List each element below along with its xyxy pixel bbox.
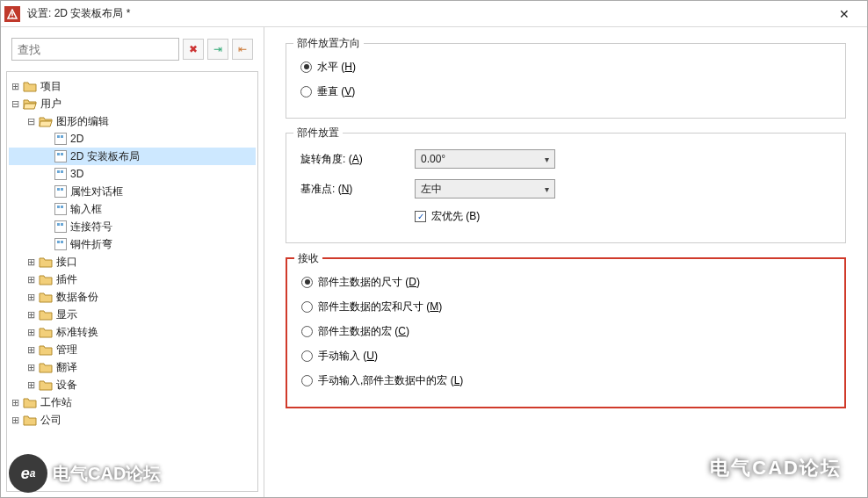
- row-basepoint: 基准点: (N) 左中▾: [300, 174, 831, 204]
- right-panel: 部件放置方向 水平 (H) 垂直 (V) 部件放置 旋转角度: (A) 0.00…: [264, 27, 867, 497]
- tree-node-project[interactable]: ⊞项目: [9, 77, 256, 95]
- svg-point-1: [11, 17, 13, 18]
- page-icon: [54, 150, 67, 162]
- expander-icon[interactable]: ⊞: [25, 344, 37, 356]
- tree-node-2d-mounting[interactable]: 2D 安装板布局: [9, 148, 256, 165]
- page-icon: [54, 238, 67, 250]
- radio-icon: [300, 61, 312, 73]
- import-icon: ⇥: [213, 43, 222, 55]
- folder-icon: [23, 396, 37, 408]
- app-icon: [4, 6, 20, 22]
- tree-node-connection-symbol[interactable]: 连接符号: [9, 218, 256, 235]
- expander-icon[interactable]: ⊞: [25, 362, 37, 373]
- tree-node-3d[interactable]: 3D: [9, 165, 256, 183]
- tree-node-display[interactable]: ⊞显示: [9, 306, 256, 323]
- radio-accept-manual[interactable]: 手动输入 (U): [301, 343, 830, 368]
- tree-node-plugin[interactable]: ⊞插件: [9, 271, 256, 288]
- group-orientation: 部件放置方向 水平 (H) 垂直 (V): [286, 43, 846, 119]
- search-input[interactable]: [11, 38, 179, 61]
- folder-icon: [39, 273, 53, 285]
- tree-node-workstation[interactable]: ⊞工作站: [9, 393, 256, 411]
- radio-accept-manual-macro[interactable]: 手动输入,部件主数据中的宏 (L): [301, 368, 830, 393]
- radio-label: 部件主数据的宏和尺寸 (M): [318, 300, 442, 314]
- expander-icon[interactable]: ⊞: [9, 397, 21, 408]
- tree-node-copper-bend[interactable]: 铜件折弯: [9, 235, 256, 253]
- radio-vertical[interactable]: 垂直 (V): [300, 79, 831, 104]
- group-legend: 接收: [294, 251, 322, 266]
- group-legend: 部件放置方向: [293, 36, 364, 51]
- basepoint-label: 基准点: (N): [300, 182, 415, 197]
- expander-icon[interactable]: ⊞: [9, 415, 21, 426]
- folder-open-icon: [39, 115, 53, 127]
- expander-icon[interactable]: ⊞: [25, 379, 37, 391]
- checkbox-label: 宏优先 (B): [431, 209, 480, 224]
- radio-label: 手动输入,部件主数据中的宏 (L): [318, 373, 463, 388]
- tree-node-translate[interactable]: ⊞翻译: [9, 358, 256, 376]
- folder-icon: [39, 343, 53, 356]
- tree-node-graphic-edit[interactable]: ⊟图形的编辑: [9, 112, 256, 130]
- radio-label: 手动输入 (U): [318, 349, 378, 364]
- export-icon: ⇤: [238, 43, 247, 55]
- tree-node-backup[interactable]: ⊞数据备份: [9, 288, 256, 306]
- tree-node-property-dialog[interactable]: 属性对话框: [9, 183, 256, 200]
- radio-label: 部件主数据的尺寸 (D): [318, 275, 420, 290]
- tree-node-device[interactable]: ⊞设备: [9, 376, 256, 393]
- tree-node-user[interactable]: ⊟用户: [9, 95, 256, 112]
- radio-label: 垂直 (V): [317, 84, 355, 99]
- tree-node-input-box[interactable]: 输入框: [9, 200, 256, 218]
- row-macro-priority[interactable]: 宏优先 (B): [300, 204, 831, 228]
- page-icon: [54, 133, 67, 145]
- radio-accept-dim[interactable]: 部件主数据的尺寸 (D): [301, 270, 830, 294]
- radio-icon: [301, 326, 313, 337]
- basepoint-select[interactable]: 左中▾: [415, 179, 555, 198]
- tree-node-manage[interactable]: ⊞管理: [9, 341, 256, 358]
- folder-icon: [39, 379, 53, 391]
- tree-node-company[interactable]: ⊞公司: [9, 411, 256, 429]
- tree: ⊞项目 ⊟用户 ⊟图形的编辑 2D 2D 安装板布局 3D 属性对话框 输入框 …: [6, 71, 258, 492]
- folder-icon: [39, 326, 53, 338]
- radio-icon: [300, 86, 312, 97]
- folder-icon: [23, 80, 37, 92]
- folder-icon: [39, 308, 53, 321]
- folder-icon: [23, 414, 37, 426]
- chevron-down-icon: ▾: [545, 155, 549, 164]
- folder-open-icon: [23, 97, 37, 110]
- radio-icon: [301, 277, 313, 288]
- group-placement: 部件放置 旋转角度: (A) 0.00°▾ 基准点: (N) 左中▾ 宏优先 (…: [286, 133, 846, 243]
- expander-icon[interactable]: ⊞: [25, 292, 37, 303]
- radio-horizontal[interactable]: 水平 (H): [300, 54, 831, 79]
- checkbox-icon: [415, 211, 426, 222]
- expander-icon[interactable]: ⊞: [25, 274, 37, 285]
- row-rotation: 旋转角度: (A) 0.00°▾: [300, 144, 831, 174]
- radio-accept-macro-dim[interactable]: 部件主数据的宏和尺寸 (M): [301, 294, 830, 319]
- expander-icon[interactable]: ⊟: [25, 116, 37, 127]
- export-button[interactable]: ⇤: [232, 39, 253, 60]
- import-button[interactable]: ⇥: [207, 39, 228, 60]
- clear-search-button[interactable]: ✖: [183, 39, 204, 60]
- tree-node-std-convert[interactable]: ⊞标准转换: [9, 323, 256, 341]
- page-icon: [54, 203, 67, 215]
- window-title: 设置: 2D 安装板布局 *: [27, 6, 825, 21]
- expander-icon[interactable]: ⊞: [25, 256, 37, 268]
- page-icon: [54, 168, 67, 180]
- group-accept: 接收 部件主数据的尺寸 (D) 部件主数据的宏和尺寸 (M) 部件主数据的宏 (…: [286, 257, 846, 408]
- tree-node-2d[interactable]: 2D: [9, 130, 256, 148]
- group-legend: 部件放置: [293, 126, 343, 141]
- radio-icon: [301, 301, 313, 313]
- rotation-select[interactable]: 0.00°▾: [415, 149, 555, 169]
- tree-node-interface[interactable]: ⊞接口: [9, 253, 256, 271]
- folder-icon: [39, 256, 53, 268]
- x-icon: ✖: [189, 43, 198, 55]
- page-icon: [54, 185, 67, 198]
- folder-icon: [39, 361, 53, 373]
- close-button[interactable]: ✕: [825, 1, 864, 27]
- expander-icon[interactable]: ⊞: [25, 327, 37, 338]
- page-icon: [54, 220, 67, 233]
- expander-icon[interactable]: ⊞: [25, 309, 37, 321]
- expander-icon[interactable]: ⊞: [9, 81, 21, 92]
- radio-accept-macro[interactable]: 部件主数据的宏 (C): [301, 319, 830, 343]
- rotation-label: 旋转角度: (A): [300, 152, 415, 167]
- folder-icon: [39, 291, 53, 303]
- expander-icon[interactable]: ⊟: [9, 98, 21, 110]
- body: ✖ ⇥ ⇤ ⊞项目 ⊟用户 ⊟图形的编辑 2D 2D 安装板布局 3D 属性对话…: [1, 27, 867, 497]
